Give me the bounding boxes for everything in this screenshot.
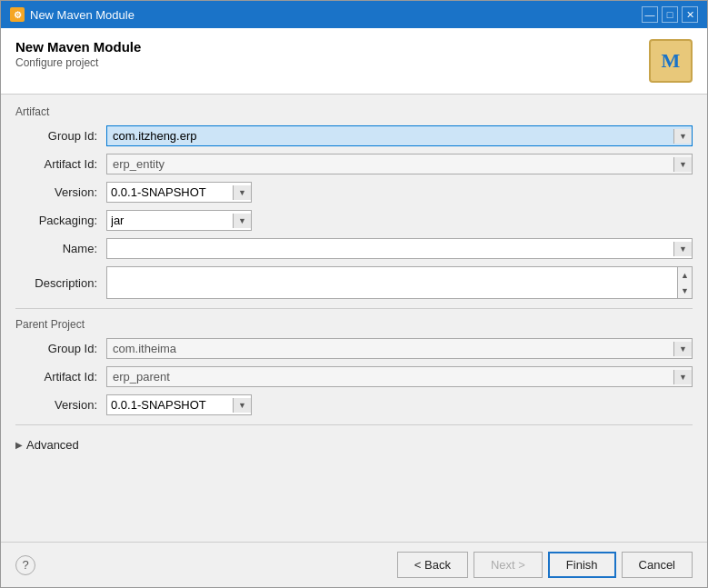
- dialog-window: ⚙ New Maven Module — □ ✕ New Maven Modul…: [0, 0, 708, 588]
- advanced-divider: [15, 424, 693, 425]
- footer: ? < Back Next > Finish Cancel: [1, 542, 707, 587]
- scroll-up-btn[interactable]: ▲: [678, 267, 692, 283]
- description-control: ▲ ▼: [106, 266, 693, 299]
- parent-version-label: Version:: [15, 398, 106, 412]
- title-bar-controls: — □ ✕: [642, 6, 698, 23]
- artifact-id-input-wrap: ▼: [106, 154, 693, 174]
- header-section: New Maven Module Configure project M: [1, 28, 707, 95]
- parent-group-id-input[interactable]: [107, 339, 673, 358]
- maven-logo: M: [649, 39, 693, 83]
- packaging-dropdown-btn[interactable]: ▼: [233, 214, 251, 228]
- chevron-down-icon: ▼: [238, 216, 246, 225]
- group-id-row: Group Id: ▼: [15, 125, 693, 146]
- version-dropdown-btn[interactable]: ▼: [233, 185, 251, 200]
- content-area: Artifact Group Id: ▼ Artifact Id:: [1, 95, 707, 542]
- title-bar-text: New Maven Module: [30, 8, 135, 22]
- name-control: ▼: [106, 238, 693, 259]
- parent-group-id-input-wrap: ▼: [106, 338, 693, 359]
- artifact-id-row: Artifact Id: ▼: [15, 154, 693, 174]
- name-row: Name: ▼: [15, 238, 693, 259]
- version-select-wrap: 0.0.1-SNAPSHOT ▼: [106, 182, 252, 203]
- parent-version-select-wrap: 0.0.1-SNAPSHOT ▼: [106, 394, 252, 415]
- maven-icon: ⚙: [10, 7, 25, 22]
- next-button[interactable]: Next >: [474, 552, 543, 578]
- parent-group-id-label: Group Id:: [15, 342, 106, 355]
- artifact-id-dropdown-btn[interactable]: ▼: [673, 157, 692, 172]
- description-scrollbar: ▲ ▼: [677, 267, 692, 298]
- parent-artifact-id-control: ▼: [106, 366, 693, 387]
- help-button[interactable]: ?: [15, 555, 35, 575]
- chevron-down-icon: ▼: [238, 401, 246, 410]
- page-title: New Maven Module: [15, 39, 141, 55]
- parent-group-id-dropdown-btn[interactable]: ▼: [673, 342, 692, 356]
- version-select[interactable]: 0.0.1-SNAPSHOT: [107, 183, 233, 202]
- header-text: New Maven Module Configure project: [15, 39, 141, 69]
- chevron-down-icon: ▼: [679, 160, 687, 169]
- description-row: Description: ▲ ▼: [15, 266, 693, 299]
- description-textarea-wrap: ▲ ▼: [106, 266, 693, 299]
- advanced-arrow-icon: ▶: [15, 440, 23, 450]
- name-dropdown-btn[interactable]: ▼: [673, 242, 692, 256]
- back-button[interactable]: < Back: [397, 552, 468, 578]
- parent-artifact-id-row: Artifact Id: ▼: [15, 366, 693, 387]
- name-input[interactable]: [107, 239, 673, 258]
- chevron-down-icon: ▼: [679, 344, 687, 354]
- cancel-button[interactable]: Cancel: [622, 552, 693, 578]
- name-label: Name:: [15, 242, 106, 255]
- packaging-label: Packaging:: [15, 214, 106, 227]
- artifact-id-input[interactable]: [107, 154, 673, 174]
- parent-group-id-control: ▼: [106, 338, 693, 359]
- artifact-section-label: Artifact: [15, 105, 693, 118]
- advanced-row[interactable]: ▶ Advanced: [15, 434, 693, 455]
- group-id-control: ▼: [106, 125, 693, 146]
- group-id-dropdown-btn[interactable]: ▼: [673, 129, 692, 144]
- version-row: Version: 0.0.1-SNAPSHOT ▼: [15, 182, 693, 203]
- packaging-row: Packaging: jar war pom ▼: [15, 210, 693, 231]
- description-textarea[interactable]: [107, 267, 677, 298]
- finish-button[interactable]: Finish: [548, 552, 616, 578]
- parent-artifact-id-input-wrap: ▼: [106, 366, 693, 387]
- parent-artifact-id-input[interactable]: [107, 367, 673, 386]
- artifact-id-control: ▼: [106, 154, 693, 174]
- advanced-label: Advanced: [26, 438, 79, 452]
- group-id-label: Group Id:: [15, 129, 106, 143]
- page-subtitle: Configure project: [15, 56, 141, 69]
- footer-right: < Back Next > Finish Cancel: [397, 552, 693, 578]
- name-input-wrap: ▼: [106, 238, 693, 259]
- minimize-button[interactable]: —: [642, 6, 658, 23]
- chevron-down-icon: ▼: [238, 188, 246, 197]
- parent-artifact-id-label: Artifact Id:: [15, 370, 106, 384]
- parent-version-row: Version: 0.0.1-SNAPSHOT ▼: [15, 394, 693, 415]
- parent-artifact-id-dropdown-btn[interactable]: ▼: [673, 370, 692, 384]
- close-button[interactable]: ✕: [682, 6, 698, 23]
- scroll-down-btn[interactable]: ▼: [678, 283, 692, 298]
- parent-version-select[interactable]: 0.0.1-SNAPSHOT: [107, 395, 233, 414]
- chevron-down-icon: ▼: [679, 132, 687, 141]
- title-bar-left: ⚙ New Maven Module: [10, 7, 135, 22]
- group-id-input-wrap: ▼: [106, 125, 693, 146]
- group-id-input[interactable]: [107, 126, 673, 145]
- title-bar: ⚙ New Maven Module — □ ✕: [1, 1, 707, 28]
- description-label: Description:: [15, 276, 106, 290]
- footer-left: ?: [15, 555, 35, 575]
- maximize-button[interactable]: □: [662, 6, 678, 23]
- packaging-select[interactable]: jar war pom: [107, 211, 233, 230]
- parent-project-section-label: Parent Project: [15, 318, 693, 331]
- artifact-id-label: Artifact Id:: [15, 157, 106, 171]
- version-label: Version:: [15, 185, 106, 199]
- chevron-down-icon: ▼: [679, 373, 687, 382]
- parent-version-dropdown-btn[interactable]: ▼: [233, 398, 251, 413]
- section-divider: [15, 308, 693, 309]
- parent-group-id-row: Group Id: ▼: [15, 338, 693, 359]
- packaging-select-wrap: jar war pom ▼: [106, 210, 252, 231]
- chevron-down-icon: ▼: [679, 244, 687, 254]
